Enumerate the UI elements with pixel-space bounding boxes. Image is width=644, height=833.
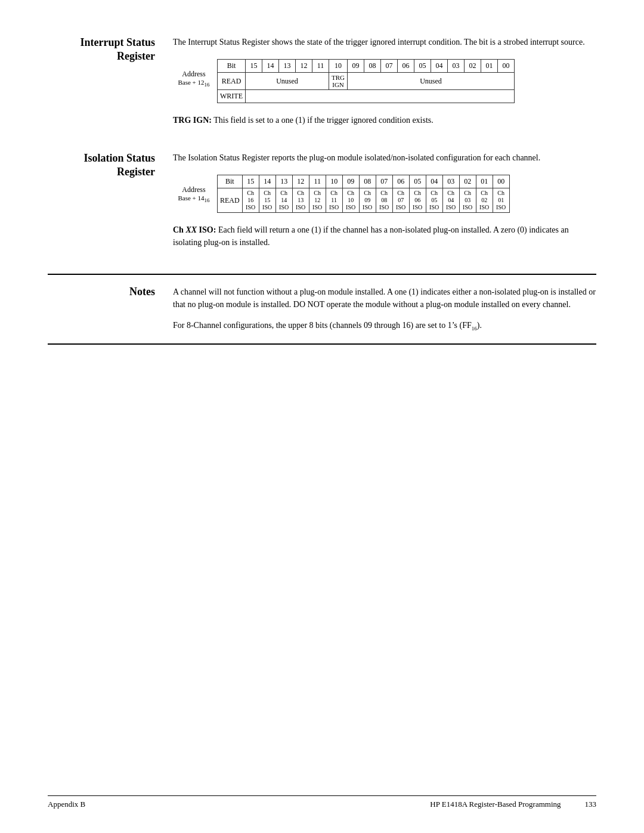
iso-channel-03: Ch03ISO (459, 188, 476, 213)
bit-03: 03 (448, 60, 465, 73)
interrupt-status-title: Interrupt Status Register (48, 36, 173, 134)
unused-low: Unused (348, 73, 515, 90)
trg-cell: TRGIGN (329, 73, 348, 90)
isolation-status-section: Isolation Status Register The Isolation … (48, 151, 596, 256)
bit-10: 10 (329, 60, 348, 73)
bit-02: 02 (465, 60, 481, 73)
write-label: WRITE (218, 90, 246, 103)
footer-right: HP E1418A Register-Based Programming 133 (430, 800, 596, 809)
iso-channel-07: Ch07ISO (392, 188, 409, 213)
ch-iso-text: Each field will return a one (1) if the … (173, 225, 569, 247)
bit-07: 07 (381, 60, 398, 73)
isolation-address-label: Address Base + 1416 (173, 175, 215, 203)
footer-center: HP E1418A Register-Based Programming (430, 800, 561, 809)
trg-ign-text: This field is set to a one (1) if the tr… (212, 116, 434, 125)
bit-06: 06 (398, 60, 414, 73)
footer-left: Appendix B (48, 800, 85, 809)
iso-channel-02: Ch02ISO (476, 188, 493, 213)
bit-01: 01 (481, 60, 498, 73)
bit-header-cell: Bit (218, 60, 246, 73)
iso-channel-06: Ch06ISO (409, 188, 426, 213)
footer-page: 133 (585, 800, 597, 809)
iso-channel-05: Ch05ISO (426, 188, 442, 213)
read-label: READ (218, 73, 246, 90)
bit-05: 05 (414, 60, 431, 73)
bit-00: 00 (498, 60, 515, 73)
page: Interrupt Status Register The Interrupt … (0, 0, 644, 833)
interrupt-address-label: Address Base + 1216 (173, 59, 215, 88)
interrupt-status-content: The Interrupt Status Register shows the … (173, 36, 596, 134)
iso-channel-09: Ch09ISO (359, 188, 376, 213)
note-1: A channel will not function without a pl… (173, 286, 596, 311)
interrupt-status-section: Interrupt Status Register The Interrupt … (48, 36, 596, 134)
footer: Appendix B HP E1418A Register-Based Prog… (48, 795, 596, 809)
interrupt-status-description: The Interrupt Status Register shows the … (173, 36, 596, 48)
bit-15: 15 (246, 60, 262, 73)
isolation-status-description: The Isolation Status Register reports th… (173, 151, 596, 164)
iso-read-label: READ (218, 188, 243, 213)
isolation-status-content: The Isolation Status Register reports th… (173, 151, 596, 256)
iso-channel-15: Ch15ISO (259, 188, 275, 213)
bit-08: 08 (364, 60, 381, 73)
iso-channel-16: Ch16ISO (242, 188, 259, 213)
bit-12: 12 (296, 60, 312, 73)
bit-11: 11 (312, 60, 329, 73)
trg-ign-bold: TRG IGN: (173, 116, 212, 125)
iso-channel-14: Ch14ISO (275, 188, 292, 213)
notes-content: A channel will not function without a pl… (173, 286, 596, 333)
ch-iso-bold: Ch XX ISO: (173, 225, 216, 234)
interrupt-status-heading: Interrupt Status Register (48, 36, 155, 64)
bit-13: 13 (279, 60, 296, 73)
interrupt-register-table: Bit 15 14 13 12 11 10 09 08 07 06 05 (217, 59, 515, 103)
notes-title: Notes (48, 286, 173, 333)
interrupt-table-wrap: Address Base + 1216 Bit 15 14 13 12 11 (173, 59, 596, 103)
note-2: For 8-Channel configurations, the upper … (173, 319, 596, 333)
notes-section: Notes A channel will not function withou… (48, 274, 596, 345)
iso-channel-08: Ch08ISO (376, 188, 392, 213)
iso-channel-10: Ch10ISO (342, 188, 359, 213)
iso-channel-13: Ch13ISO (292, 188, 309, 213)
bit-09: 09 (348, 60, 364, 73)
bit-14: 14 (262, 60, 279, 73)
trg-ign-note: TRG IGN: This field is set to a one (1) … (173, 114, 596, 126)
unused-high: Unused (246, 73, 329, 90)
iso-channel-12: Ch12ISO (309, 188, 326, 213)
iso-bit-header: Bit (218, 175, 243, 188)
iso-channel-11: Ch11ISO (326, 188, 342, 213)
isolation-status-heading: Isolation Status Register (48, 151, 155, 179)
write-row-empty (246, 90, 515, 103)
isolation-table-wrap: Address Base + 1416 Bit 15 14 13 12 11 (173, 175, 596, 213)
bit-04: 04 (431, 60, 448, 73)
iso-channel-01: Ch01ISO (493, 188, 509, 213)
isolation-status-title: Isolation Status Register (48, 151, 173, 256)
ch-iso-note: Ch XX ISO: Each field will return a one … (173, 224, 596, 249)
iso-channel-04: Ch04ISO (442, 188, 459, 213)
isolation-register-table: Bit 15 14 13 12 11 10 09 08 07 06 05 (217, 175, 510, 213)
